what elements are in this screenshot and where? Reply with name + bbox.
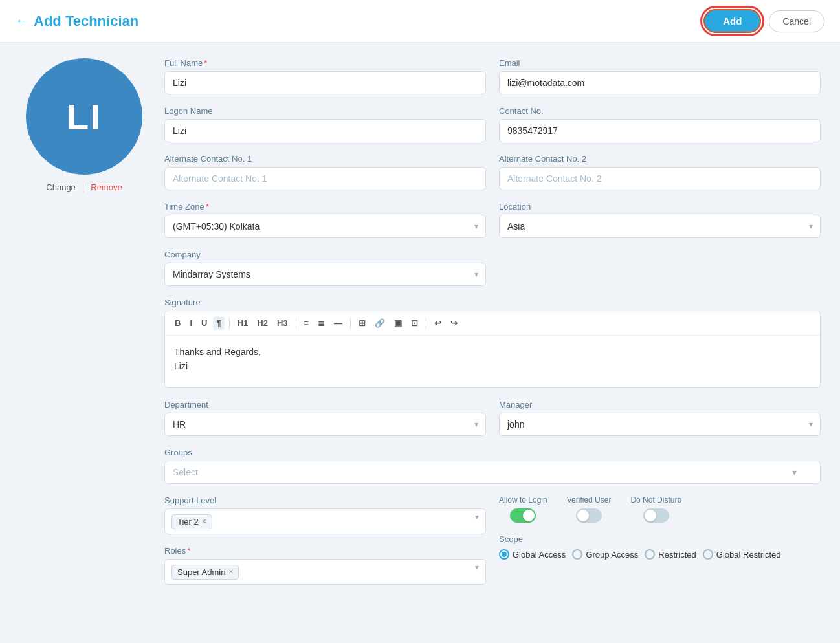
toolbar-separator-3	[350, 318, 351, 329]
header-left: ← Add Technician	[16, 13, 138, 30]
do-not-disturb-knob	[645, 510, 656, 521]
scope-global-restricted[interactable]: Global Restricted	[703, 549, 781, 560]
manager-label: Manager	[499, 400, 821, 409]
hr-button[interactable]: —	[331, 316, 346, 330]
support-level-tag-remove[interactable]: ×	[202, 517, 206, 526]
scope-section: Scope Global Access Group Access	[499, 534, 821, 560]
embed-button[interactable]: ▣	[391, 316, 405, 330]
editor-toolbar: B I U ¶ H1 H2 H3 ≡ ≣ — ⊞ 🔗	[165, 311, 820, 336]
row-groups: Groups Select ▾	[164, 448, 821, 484]
h2-button[interactable]: H2	[254, 316, 271, 330]
contact-input[interactable]	[499, 119, 821, 142]
email-group: Email	[499, 58, 821, 94]
row-logon-contact: Logon Name Contact No.	[164, 106, 821, 142]
manager-group: Manager john ▾	[499, 400, 821, 436]
scope-global-access-label: Global Access	[513, 550, 566, 560]
avatar-section: LI Change | Remove	[19, 58, 149, 596]
timezone-label: Time Zone*	[164, 202, 486, 212]
bullet-list-button[interactable]: ≡	[301, 316, 313, 330]
h1-button[interactable]: H1	[234, 316, 252, 330]
bold-button[interactable]: B	[171, 316, 184, 330]
groups-group: Groups Select ▾	[164, 448, 821, 484]
signature-line1: Thanks and Regards,	[174, 345, 811, 359]
h3-button[interactable]: H3	[274, 316, 291, 330]
alt-contact2-input[interactable]	[499, 167, 821, 190]
fullname-label: Full Name*	[164, 58, 486, 68]
signature-editor[interactable]: B I U ¶ H1 H2 H3 ≡ ≣ — ⊞ 🔗	[164, 311, 821, 388]
header-right: Add Cancel	[703, 9, 824, 33]
manager-select[interactable]: john	[499, 413, 821, 436]
scope-global-access[interactable]: Global Access	[499, 549, 566, 560]
scope-group-access-radio[interactable]	[572, 549, 582, 560]
signature-content[interactable]: Thanks and Regards, Lizi	[165, 336, 820, 387]
timezone-select[interactable]: (GMT+05:30) Kolkata	[164, 215, 486, 238]
roles-label: Roles*	[164, 546, 486, 556]
support-level-chevron-icon: ▾	[475, 512, 479, 521]
signature-line2: Lizi	[174, 359, 811, 373]
add-button[interactable]: Add	[703, 9, 761, 33]
image-button[interactable]: ⊡	[408, 316, 421, 330]
paragraph-button[interactable]: ¶	[213, 316, 224, 330]
timezone-group: Time Zone* (GMT+05:30) Kolkata ▾	[164, 202, 486, 238]
form-section: Full Name* Email Logon Name Contact No.	[164, 58, 821, 596]
verified-user-group: Verified User	[567, 496, 612, 523]
alt-contact1-input[interactable]	[164, 167, 486, 190]
avatar: LI	[26, 58, 142, 175]
scope-group-access[interactable]: Group Access	[572, 549, 638, 560]
email-input[interactable]	[499, 71, 821, 94]
ordered-list-button[interactable]: ≣	[315, 316, 328, 330]
scope-global-restricted-label: Global Restricted	[716, 550, 781, 560]
toggles-section: Allow to Login Verified User	[499, 496, 821, 523]
fullname-input[interactable]	[164, 71, 486, 94]
scope-global-access-radio[interactable]	[499, 549, 509, 560]
change-avatar-link[interactable]: Change	[46, 182, 76, 192]
row-alt-contacts: Alternate Contact No. 1 Alternate Contac…	[164, 154, 821, 190]
toolbar-separator-4	[426, 318, 426, 329]
do-not-disturb-label: Do Not Disturb	[630, 496, 681, 505]
groups-label: Groups	[164, 448, 821, 457]
italic-button[interactable]: I	[186, 316, 195, 330]
fullname-group: Full Name*	[164, 58, 486, 94]
scope-restricted[interactable]: Restricted	[645, 549, 696, 560]
verified-user-toggle[interactable]	[576, 508, 602, 523]
back-arrow-icon[interactable]: ←	[16, 14, 27, 28]
scope-restricted-radio[interactable]	[645, 549, 655, 560]
department-select[interactable]: HR	[164, 413, 486, 436]
roles-tag-remove[interactable]: ×	[228, 567, 233, 576]
support-level-tag: Tier 2 ×	[171, 514, 212, 529]
company-select-wrapper: Mindarray Systems ▾	[164, 263, 486, 286]
verified-user-knob	[577, 510, 589, 521]
location-select[interactable]: Asia	[499, 215, 821, 238]
roles-chevron-icon: ▾	[475, 563, 479, 572]
cancel-button[interactable]: Cancel	[769, 10, 824, 32]
scope-options: Global Access Group Access Restricted	[499, 549, 821, 560]
company-spacer	[499, 250, 821, 286]
manager-select-wrapper: john ▾	[499, 413, 821, 436]
underline-button[interactable]: U	[198, 316, 210, 330]
redo-button[interactable]: ↪	[447, 316, 461, 330]
do-not-disturb-group: Do Not Disturb	[630, 496, 681, 523]
alt-contact2-group: Alternate Contact No. 2	[499, 154, 821, 190]
roles-input[interactable]: Super Admin × ▾	[164, 559, 486, 585]
contact-label: Contact No.	[499, 106, 821, 116]
timezone-select-wrapper: (GMT+05:30) Kolkata ▾	[164, 215, 486, 238]
page-title: Add Technician	[34, 13, 138, 30]
table-button[interactable]: ⊞	[355, 316, 369, 330]
undo-button[interactable]: ↩	[431, 316, 445, 330]
remove-avatar-link[interactable]: Remove	[91, 182, 122, 192]
link-button[interactable]: 🔗	[371, 316, 388, 330]
main-content: LI Change | Remove Full Name* Email	[0, 43, 840, 612]
signature-section: Signature B I U ¶ H1 H2 H3 ≡ ≣ —	[164, 298, 821, 388]
allow-login-group: Allow to Login	[499, 496, 547, 523]
allow-login-knob	[523, 510, 535, 521]
company-select[interactable]: Mindarray Systems	[164, 263, 486, 286]
do-not-disturb-toggle[interactable]	[643, 508, 669, 523]
scope-global-restricted-radio[interactable]	[703, 549, 713, 560]
support-level-input[interactable]: Tier 2 × ▾	[164, 508, 486, 534]
logon-input[interactable]	[164, 119, 486, 142]
support-level-label: Support Level	[164, 496, 486, 505]
allow-login-toggle[interactable]	[510, 508, 536, 523]
groups-select[interactable]: Select ▾	[164, 461, 821, 484]
verified-user-label: Verified User	[567, 496, 612, 505]
department-select-wrapper: HR ▾	[164, 413, 486, 436]
